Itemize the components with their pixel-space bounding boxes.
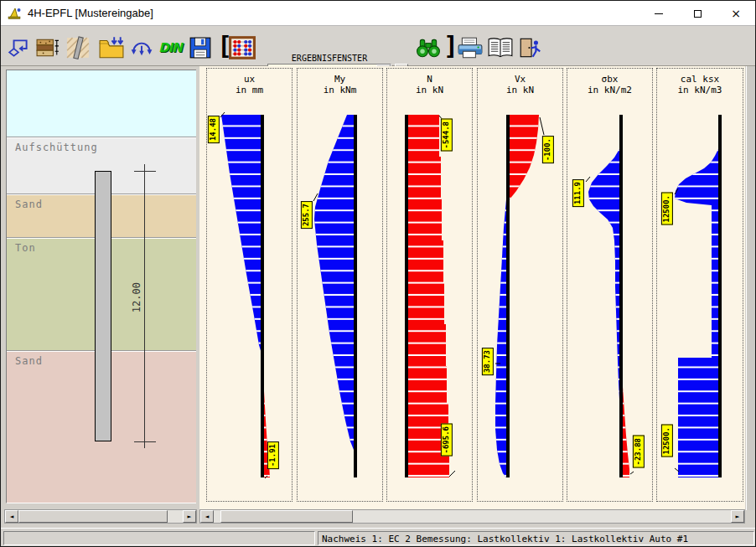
maximize-icon <box>694 10 702 18</box>
soil-layers-icon <box>36 36 60 59</box>
scrollbar-thumb[interactable] <box>18 510 168 523</box>
chart-panel-4: Vxin kN-100.38.73 <box>477 68 563 502</box>
diagram-canvas <box>387 69 472 501</box>
value-tag: -1.91 <box>267 441 279 469</box>
diagram-canvas <box>478 69 562 501</box>
value-tag: 111.9 <box>572 179 584 207</box>
layer-label: Aufschüttung <box>15 142 98 153</box>
chart-panel-1: uxin mm14.48-1.91 <box>206 68 293 502</box>
layer-label: Ton <box>15 242 36 254</box>
maximize-button[interactable] <box>678 1 717 26</box>
arrow-left-icon: ◄ <box>10 513 14 520</box>
dimension-tick-top <box>134 171 156 172</box>
window-title: 4H-EPFL [Mustereingabe] <box>28 7 153 19</box>
minimize-icon <box>655 13 663 14</box>
soil-horizontal-scrollbar: ◄ ► <box>4 509 197 524</box>
arrow-right-icon: ► <box>188 513 192 520</box>
arrow-left-icon: ◄ <box>205 513 210 520</box>
diagram-canvas <box>207 69 292 501</box>
flowchart-button[interactable] <box>6 34 33 61</box>
pile-button[interactable] <box>65 34 91 61</box>
status-box-main: Nachweis 1: EC 2 Bemessung: Lastkollekti… <box>318 531 754 545</box>
scrollbar-track[interactable] <box>18 510 183 523</box>
open-folder-button[interactable] <box>98 34 125 61</box>
dimension-line <box>144 164 145 448</box>
soil-layers-button[interactable] <box>34 34 61 61</box>
printer-icon <box>457 37 484 59</box>
scroll-right-button[interactable]: ► <box>731 510 744 523</box>
value-tag: 38.73 <box>482 348 494 375</box>
title-bar: 4H-EPFL [Mustereingabe] × <box>1 1 755 26</box>
binoculars-icon <box>416 37 441 59</box>
calculate-button[interactable] <box>229 34 256 61</box>
open-book-icon <box>487 37 514 59</box>
value-tag: 12500. <box>661 193 673 225</box>
documentation-button[interactable] <box>487 34 514 61</box>
value-tag: -100. <box>542 136 554 163</box>
layer-label: Sand <box>15 355 43 367</box>
window-controls: × <box>639 1 755 26</box>
results-chart-area: uxin mm14.48-1.91Myin kNm255.7Nin kN-544… <box>199 66 745 510</box>
layer-label: Sand <box>15 199 43 210</box>
arrow-right-icon: ► <box>736 513 740 520</box>
scrollbar-thumb[interactable] <box>220 510 353 523</box>
exit-button[interactable] <box>517 34 544 61</box>
app-window: 4H-EPFL [Mustereingabe] × <box>0 0 756 547</box>
pile-graphic <box>95 171 111 441</box>
close-button[interactable]: × <box>717 1 755 26</box>
value-tag: 12500. <box>661 425 673 457</box>
save-icon <box>189 36 212 59</box>
chart-panel-6: cal ksxin kN/m312500.12500. <box>656 68 743 502</box>
din-button[interactable]: DIN <box>157 34 184 61</box>
flowchart-icon <box>8 36 31 59</box>
dimension-tick-bottom <box>134 441 156 442</box>
vertical-scrollbar[interactable] <box>746 66 756 510</box>
app-icon <box>8 7 23 20</box>
value-tag: 14.48 <box>208 116 220 143</box>
status-bar: Nachweis 1: EC 2 Bemessung: Lastkollekti… <box>1 528 755 547</box>
scroll-left-button[interactable]: ◄ <box>200 510 214 523</box>
exit-door-icon <box>518 37 543 59</box>
rotate-icon <box>130 36 153 59</box>
diagram-canvas <box>298 69 382 501</box>
toolbar: DIN [ ERGEBNISFENSTER Bem./LK <box>1 26 755 66</box>
scroll-right-button[interactable]: ► <box>183 510 196 523</box>
water-layer <box>7 70 196 137</box>
soil-profile-view: Aufschüttung Sand Ton Sand 12.00 <box>6 70 197 503</box>
pile-length-label: 12.00 <box>131 282 142 312</box>
rotate-button[interactable] <box>128 34 155 61</box>
chart-panel-2: Myin kNm255.7 <box>297 68 383 502</box>
pile-icon <box>66 36 90 59</box>
open-folder-icon <box>99 36 124 59</box>
chart-panel-5: σbxin kN/m2111.9-23.88 <box>567 68 653 502</box>
minimize-button[interactable] <box>639 1 678 26</box>
value-tag: 255.7 <box>301 201 313 229</box>
save-button[interactable] <box>187 34 214 61</box>
abacus-icon <box>229 36 256 59</box>
results-window-label: ERGEBNISFENSTER <box>267 54 391 63</box>
value-tag: -544.8 <box>441 119 453 152</box>
scroll-left-button[interactable]: ◄ <box>5 510 18 523</box>
close-icon: × <box>731 8 741 19</box>
status-box-left <box>3 531 315 545</box>
search-button[interactable] <box>415 34 442 61</box>
chart-horizontal-scrollbar: ◄ ► <box>199 509 745 524</box>
din-icon: DIN <box>158 40 182 55</box>
print-button[interactable] <box>457 34 484 61</box>
status-text: Nachweis 1: EC 2 Bemessung: Lastkollekti… <box>318 532 753 546</box>
chart-panel-3: Nin kN-544.8-695.6 <box>386 68 473 502</box>
value-tag: -23.88 <box>633 436 645 468</box>
value-tag: -695.6 <box>441 424 453 457</box>
scrollbar-track[interactable] <box>214 510 731 523</box>
